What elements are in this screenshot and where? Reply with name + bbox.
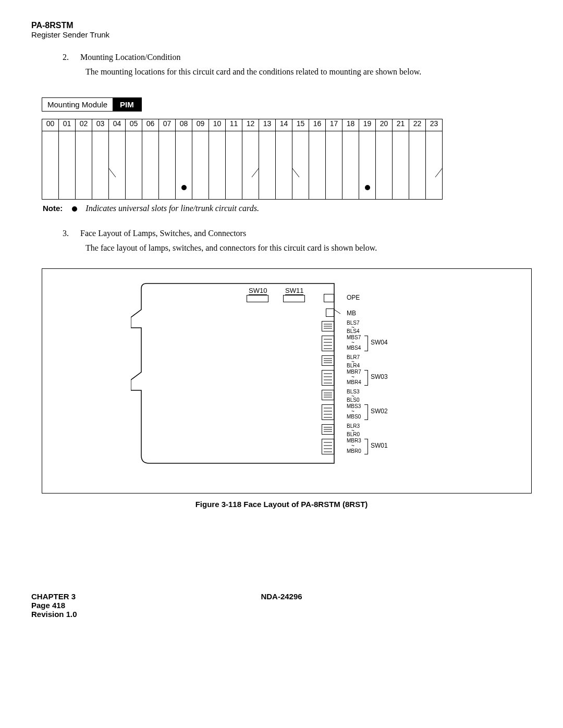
sw11-box	[283, 295, 305, 302]
slot-header-row: 0001020304050607080910111213141516171819…	[42, 119, 443, 131]
figure-box: SW10 SW11 OPE MB BLS7 ~ BLS4 MBS7 ~ MBS4…	[42, 268, 532, 493]
slot-body-cell	[126, 131, 142, 200]
model-subtitle: Register Sender Trunk	[31, 30, 532, 39]
footer-page: Page 418	[31, 601, 532, 610]
mb-label: MB	[347, 310, 356, 317]
slot-body-cell	[92, 131, 109, 200]
sw03-bracket	[364, 370, 368, 386]
sw01-bracket	[364, 439, 368, 454]
slot-body-cell	[276, 131, 292, 200]
slot-body-cell	[209, 131, 226, 200]
mbr0-label: MBR0	[347, 448, 361, 454]
section-3-number: 3.	[63, 229, 78, 238]
bullet-icon	[365, 185, 370, 190]
mbs0-label: MBS0	[347, 414, 361, 419]
slot-body-cell	[342, 131, 359, 200]
slot-header-cell: 19	[359, 119, 376, 131]
card-svg	[131, 278, 381, 471]
slot-header-cell: 16	[309, 119, 326, 131]
sw02-label: SW02	[371, 408, 388, 415]
slot-body-cell	[192, 131, 209, 200]
bls4-label: BLS4	[347, 328, 359, 334]
slot-header-cell: 13	[259, 119, 276, 131]
mbr3-0-block	[322, 439, 334, 454]
section-2-title: Mounting Location/Condition	[80, 53, 180, 61]
slot-header-cell: 00	[42, 119, 59, 131]
sw03-label: SW03	[371, 373, 388, 380]
section-3-body: The face layout of lamps, switches, and …	[85, 243, 532, 253]
bls0-label: BLS0	[347, 397, 359, 403]
slot-body-cell	[159, 131, 176, 200]
slot-header-cell: 11	[226, 119, 242, 131]
section-3-title: Face Layout of Lamps, Switches, and Conn…	[80, 229, 246, 238]
section-2-number: 2.	[63, 53, 78, 62]
slot-body-cell	[426, 131, 443, 200]
slot-header-cell: 08	[176, 119, 192, 131]
sw10-label: SW10	[249, 287, 267, 295]
slot-body-cell	[292, 131, 309, 200]
slot-header-cell: 20	[376, 119, 393, 131]
slot-header-cell: 12	[242, 119, 259, 131]
footer-rev: Revision 1.0	[31, 610, 532, 619]
sw10-box	[247, 295, 268, 302]
sw01-label: SW01	[371, 442, 388, 449]
slot-header-cell: 06	[142, 119, 159, 131]
slot-header-cell: 07	[159, 119, 176, 131]
slot-header-cell: 18	[342, 119, 359, 131]
slot-header-cell: 14	[276, 119, 292, 131]
figure-caption: Figure 3-118 Face Layout of PA-8RSTM (8R…	[31, 500, 532, 509]
bullet-icon	[181, 185, 187, 190]
slot-body-cell	[259, 131, 276, 200]
slot-body-row	[42, 131, 443, 200]
slot-body-cell	[76, 131, 92, 200]
slot-body-cell	[309, 131, 326, 200]
bracket-line-icon	[108, 163, 125, 183]
slot-header-cell: 02	[76, 119, 92, 131]
section-2-body: The mounting locations for this circuit …	[85, 67, 532, 77]
slot-header-cell: 09	[192, 119, 209, 131]
slot-body-cell	[42, 131, 59, 200]
mbs3-0-block	[322, 404, 334, 420]
bracket-line-icon	[426, 163, 443, 183]
footer-doc: NDA-24296	[261, 592, 302, 601]
mbr7-4-block	[322, 370, 334, 386]
section-3: 3. Face Layout of Lamps, Switches, and C…	[63, 229, 532, 238]
sw11-label: SW11	[285, 287, 303, 295]
pim-label: PIM	[113, 98, 141, 111]
slot-header-cell: 15	[292, 119, 309, 131]
note-row: Note: Indicates universal slots for line…	[43, 204, 532, 213]
bls7-4-block	[322, 321, 334, 331]
mb-lever-icon	[333, 309, 342, 317]
slot-header-cell: 05	[126, 119, 142, 131]
slot-header-cell: 04	[109, 119, 126, 131]
sw02-bracket	[364, 404, 368, 420]
page-header: PA-8RSTM Register Sender Trunk	[31, 21, 532, 39]
slot-header-cell: 10	[209, 119, 226, 131]
card-outline: SW10 SW11 OPE MB BLS7 ~ BLS4 MBS7 ~ MBS4…	[131, 278, 381, 471]
note-label: Note:	[43, 204, 70, 213]
slot-body-cell	[393, 131, 409, 200]
slot-body-cell	[226, 131, 242, 200]
slot-body-cell	[359, 131, 376, 200]
slot-body-cell	[142, 131, 159, 200]
slot-header-cell: 23	[426, 119, 443, 131]
mbs7-4-block	[322, 336, 334, 351]
page-footer: CHAPTER 3 NDA-24296 Page 418 Revision 1.…	[31, 592, 532, 619]
ope-box	[324, 294, 334, 302]
slot-header-cell: 21	[393, 119, 409, 131]
slot-header-cell: 17	[326, 119, 342, 131]
slot-body-cell	[409, 131, 426, 200]
bullet-icon	[72, 206, 77, 212]
bracket-line-icon	[292, 163, 309, 183]
model-title: PA-8RSTM	[31, 21, 532, 30]
slot-body-cell	[109, 131, 126, 200]
section-2: 2. Mounting Location/Condition	[63, 53, 532, 62]
slot-header-cell: 01	[59, 119, 76, 131]
blr4-label: BLR4	[347, 363, 360, 368]
mounting-module-badge: Mounting Module PIM	[42, 97, 142, 112]
slot-body-cell	[376, 131, 393, 200]
slot-body-cell	[242, 131, 259, 200]
slot-body-cell	[59, 131, 76, 200]
slot-table: 0001020304050607080910111213141516171819…	[42, 119, 443, 200]
mounting-label: Mounting Module	[42, 98, 113, 111]
